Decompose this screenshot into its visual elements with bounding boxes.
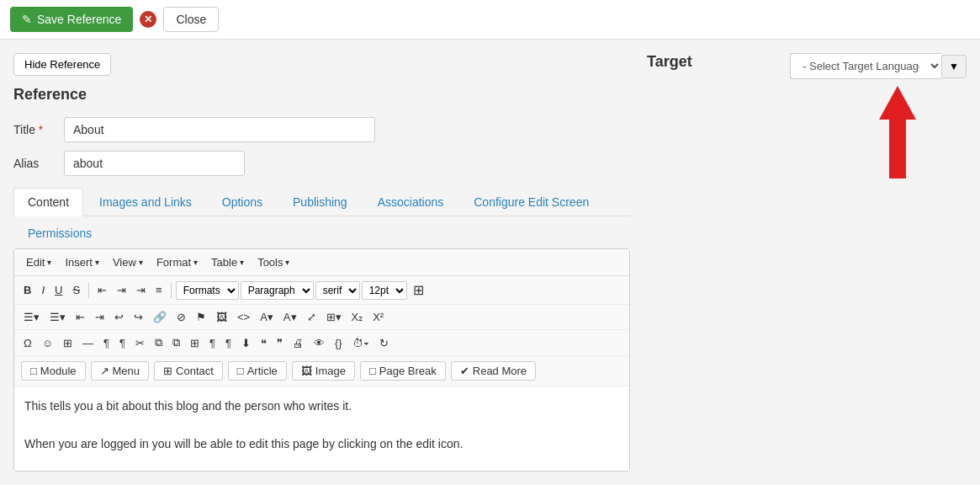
unlink-button[interactable]: ⊘ — [172, 308, 190, 326]
tab-associations[interactable]: Associations — [363, 188, 458, 216]
copy-button[interactable]: ⧉ — [151, 333, 167, 352]
preview-button[interactable]: 👁 — [310, 334, 329, 352]
lang-dropdown-button[interactable]: ▼ — [941, 55, 967, 78]
menu-view[interactable]: View ▾ — [108, 254, 148, 270]
contact-label: Contact — [176, 365, 214, 377]
paste-special-button[interactable]: ⊞ — [186, 334, 204, 352]
page-break-label: Page Break — [379, 365, 437, 377]
link-button[interactable]: 🔗 — [149, 308, 171, 326]
editor-content[interactable]: This tells you a bit about this blog and… — [14, 386, 629, 471]
paragraph2-button[interactable]: ¶ — [115, 334, 130, 352]
align-center-button[interactable]: ⇥ — [113, 281, 130, 299]
code-button[interactable]: <> — [233, 308, 254, 326]
indent-button[interactable]: ⇥ — [91, 308, 109, 326]
tab-content[interactable]: Content — [13, 188, 83, 216]
read-more-button[interactable]: ✔ Read More — [451, 361, 536, 381]
list-ordered-button[interactable]: ☰▾ — [45, 308, 70, 326]
red-arrow — [879, 86, 916, 179]
size-select[interactable]: 12pt — [362, 281, 407, 300]
close-x-icon: ✕ — [140, 11, 156, 28]
strikethrough-button[interactable]: S — [68, 281, 84, 299]
rtl-button[interactable]: ¶ — [221, 334, 236, 352]
image-insert-btn[interactable]: 🖼 Image — [292, 361, 355, 381]
align-justify-button[interactable]: ≡ — [151, 281, 167, 299]
hide-reference-button[interactable]: Hide Reference — [13, 53, 111, 76]
image-insert-button[interactable]: 🖼 — [212, 308, 231, 326]
contact-icon: ⊞ — [163, 365, 172, 377]
align-left-button[interactable]: ⇤ — [93, 281, 111, 299]
editor-menubar: Edit ▾ Insert ▾ View ▾ Format ▾ Table ▾ … — [14, 249, 629, 276]
font-color-button[interactable]: A▾ — [256, 308, 278, 326]
undo-button[interactable]: ↩ — [110, 308, 128, 326]
cut-button[interactable]: ✂ — [131, 334, 149, 352]
emoji-button[interactable]: ☺ — [38, 334, 57, 352]
hr-button[interactable]: — — [78, 334, 98, 352]
formats-select[interactable]: Formats — [176, 281, 239, 300]
media-button[interactable]: ⊞ — [59, 334, 77, 352]
right-panel: Target - Select Target Language - ▼ — [647, 53, 967, 472]
paragraph-select[interactable]: Paragraph — [241, 281, 314, 300]
ltr-button[interactable]: ¶ — [205, 334, 220, 352]
underline-button[interactable]: U — [50, 281, 66, 299]
subscript-button[interactable]: X₂ — [347, 308, 368, 326]
left-panel: Hide Reference Reference Title * Alias C… — [13, 53, 630, 472]
close-label: Close — [176, 13, 206, 26]
tab-configure-edit-screen[interactable]: Configure Edit Screen — [459, 188, 603, 216]
arrow-head — [879, 86, 916, 120]
superscript-button[interactable]: X² — [368, 308, 388, 326]
arrow-shaft — [889, 120, 906, 179]
lang-dropdown-icon: ▼ — [949, 61, 959, 72]
insert-bar: □ Module ↗ Menu ⊞ Contact □ Article 🖼 — [14, 356, 629, 386]
list-unordered-button[interactable]: ☰▾ — [19, 308, 44, 326]
read-more-label: Read More — [473, 365, 527, 377]
contact-insert-button[interactable]: ⊞ Contact — [154, 361, 223, 381]
special-chars-button[interactable]: Ω — [19, 334, 36, 352]
table-button[interactable]: ⊞▾ — [322, 308, 346, 326]
menu-edit[interactable]: Edit ▾ — [21, 254, 56, 270]
title-required: * — [39, 123, 43, 136]
target-header-row: Target - Select Target Language - ▼ — [647, 53, 967, 79]
target-language-select[interactable]: - Select Target Language - — [790, 53, 941, 79]
anchor-button[interactable]: ⚑ — [192, 308, 210, 326]
module-icon: □ — [30, 365, 37, 377]
arrow-container — [647, 86, 967, 187]
title-input[interactable] — [64, 117, 375, 142]
alias-input[interactable] — [64, 151, 245, 176]
cleanup-button[interactable]: ↻ — [375, 334, 393, 352]
download-button[interactable]: ⬇ — [237, 334, 255, 352]
paste-button[interactable]: ⧉ — [168, 333, 184, 352]
quote-open-button[interactable]: ❝ — [257, 334, 271, 352]
tab-images-links[interactable]: Images and Links — [85, 188, 206, 216]
toolbar-row-1: B I U S ⇤ ⇥ ⇥ ≡ Formats Paragraph serif — [14, 276, 629, 305]
tab-options[interactable]: Options — [208, 188, 277, 216]
menu-icon: ↗ — [100, 365, 109, 377]
menu-tools[interactable]: Tools ▾ — [252, 254, 294, 270]
module-insert-button[interactable]: □ Module — [21, 361, 86, 381]
save-label: Save Reference — [37, 13, 121, 26]
find-replace-button[interactable]: ⊞ — [409, 280, 428, 301]
font-select[interactable]: serif — [315, 281, 360, 300]
save-reference-button[interactable]: ✎ Save Reference — [10, 7, 133, 32]
article-icon: □ — [237, 365, 244, 377]
bold-button[interactable]: B — [19, 281, 35, 299]
outdent-button[interactable]: ⇤ — [72, 308, 89, 326]
menu-format[interactable]: Format ▾ — [151, 254, 203, 270]
code-view-button[interactable]: {} — [331, 334, 347, 352]
article-insert-button[interactable]: □ Article — [228, 361, 287, 381]
redo-button[interactable]: ↪ — [130, 308, 147, 326]
close-button[interactable]: Close — [163, 7, 219, 32]
highlight-button[interactable]: A▾ — [279, 308, 301, 326]
menu-insert-button[interactable]: ↗ Menu — [91, 361, 150, 381]
menu-insert[interactable]: Insert ▾ — [60, 254, 104, 270]
template-button[interactable]: ⏱▾ — [348, 334, 373, 352]
tab-permissions[interactable]: Permissions — [13, 219, 106, 247]
italic-button[interactable]: I — [37, 281, 49, 299]
align-right-button[interactable]: ⇥ — [132, 281, 150, 299]
quote-close-button[interactable]: ❞ — [273, 334, 287, 352]
fullscreen-button[interactable]: ⤢ — [303, 308, 320, 326]
paragraph-mark-button[interactable]: ¶ — [99, 334, 114, 352]
tab-publishing[interactable]: Publishing — [278, 188, 362, 216]
page-break-button[interactable]: □ Page Break — [360, 361, 446, 381]
menu-table[interactable]: Table ▾ — [206, 254, 249, 270]
print-button[interactable]: 🖨 — [289, 334, 308, 352]
